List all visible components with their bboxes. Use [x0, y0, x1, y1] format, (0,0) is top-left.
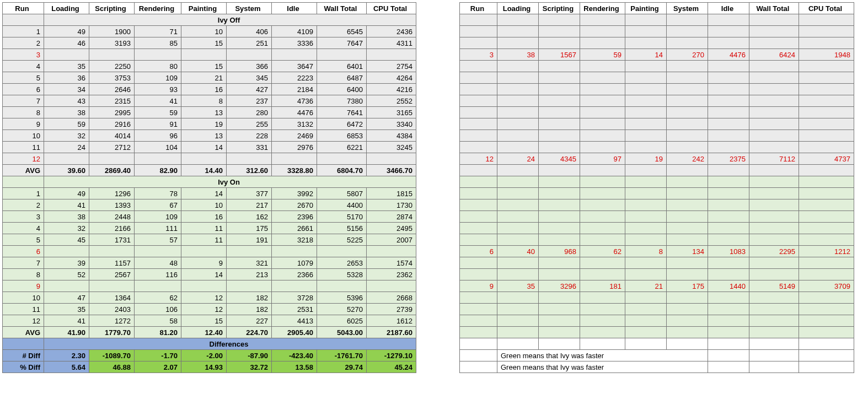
data-cell [580, 61, 625, 72]
data-cell [497, 211, 539, 223]
blank-cell [460, 350, 497, 361]
data-cell [667, 118, 708, 130]
data-cell [625, 118, 667, 130]
data-cell [667, 234, 708, 246]
data-cell: 21 [181, 72, 227, 84]
data-cell: 237 [227, 95, 272, 107]
data-cell [799, 95, 854, 107]
data-cell [580, 327, 625, 338]
data-cell [749, 223, 799, 234]
data-cell: 12 [181, 304, 227, 315]
data-cell [708, 327, 749, 338]
data-cell: 2495 [367, 223, 416, 234]
data-cell [625, 14, 667, 26]
data-cell [539, 176, 580, 188]
data-cell [539, 26, 580, 37]
data-cell [460, 304, 497, 315]
data-cell [497, 188, 539, 199]
data-cell: 11 [181, 234, 227, 246]
data-cell [460, 37, 497, 49]
pct-diff-cell: 5.64 [44, 361, 89, 373]
data-cell: 427 [227, 84, 272, 95]
data-cell: 3132 [272, 118, 317, 130]
data-cell: 175 [227, 223, 272, 234]
spacer-column [416, 2, 459, 373]
data-cell: 41 [135, 95, 181, 107]
data-cell [497, 165, 539, 176]
data-cell [539, 327, 580, 338]
num-diff-cell: -423.40 [272, 350, 317, 361]
run-number: 1 [3, 26, 44, 37]
data-cell: 4476 [272, 107, 317, 118]
ivy-off-header: Ivy Off [44, 14, 416, 26]
run-number: 5 [3, 234, 44, 246]
data-cell: 6472 [317, 118, 367, 130]
data-cell: 2653 [317, 257, 367, 269]
data-cell: 1900 [89, 26, 135, 37]
run-number: 5 [3, 72, 44, 84]
blank-cell [799, 361, 854, 373]
data-cell [497, 223, 539, 234]
data-cell [667, 107, 708, 118]
data-cell: 36 [44, 72, 89, 84]
data-cell [799, 72, 854, 84]
data-cell [667, 14, 708, 26]
data-cell: 1079 [272, 257, 317, 269]
blank-cell [460, 361, 497, 373]
data-cell [799, 257, 854, 269]
data-cell [667, 130, 708, 142]
performance-table-right: RunLoadingScriptingRenderingPaintingSyst… [459, 2, 854, 373]
data-cell [317, 246, 367, 257]
run-number: 3 [3, 49, 44, 61]
data-cell: 2366 [272, 269, 317, 280]
data-cell: 2712 [89, 142, 135, 153]
data-cell [625, 37, 667, 49]
section-spacer [3, 176, 44, 188]
data-cell [625, 72, 667, 84]
data-cell: 39 [44, 257, 89, 269]
data-cell: 280 [227, 107, 272, 118]
data-cell [497, 72, 539, 84]
data-cell: 38 [44, 107, 89, 118]
data-cell [667, 327, 708, 338]
num-diff-cell: -1279.10 [367, 350, 416, 361]
data-cell: 67 [135, 199, 181, 211]
data-cell [708, 84, 749, 95]
column-header: Idle [708, 3, 749, 14]
run-number: 2 [3, 37, 44, 49]
data-cell: 91 [135, 118, 181, 130]
data-cell [625, 304, 667, 315]
data-cell [799, 338, 854, 350]
data-cell: 58 [135, 315, 181, 327]
num-diff-label: # Diff [3, 350, 44, 361]
data-cell: 35 [44, 304, 89, 315]
data-cell: 45 [44, 234, 89, 246]
data-cell [799, 165, 854, 176]
data-cell: 4109 [272, 26, 317, 37]
avg-cell: 2187.60 [367, 327, 416, 338]
run-number: 6 [3, 84, 44, 95]
data-cell [460, 165, 497, 176]
data-cell [460, 327, 497, 338]
data-cell [272, 246, 317, 257]
pct-diff-cell: 2.07 [135, 361, 181, 373]
data-cell [460, 199, 497, 211]
data-cell [799, 211, 854, 223]
data-cell [539, 130, 580, 142]
data-cell [799, 14, 854, 26]
data-cell: 57 [135, 234, 181, 246]
pct-diff-cell: 32.72 [227, 361, 272, 373]
data-cell [667, 95, 708, 107]
blank-cell [708, 350, 749, 361]
column-header: Scripting [539, 3, 580, 14]
data-cell [460, 211, 497, 223]
data-cell: 175 [667, 280, 708, 292]
data-cell [497, 26, 539, 37]
data-cell: 93 [135, 84, 181, 95]
data-cell [497, 315, 539, 327]
data-cell: 3218 [272, 234, 317, 246]
data-cell [708, 72, 749, 84]
data-cell [580, 257, 625, 269]
data-cell [497, 84, 539, 95]
data-cell [539, 72, 580, 84]
